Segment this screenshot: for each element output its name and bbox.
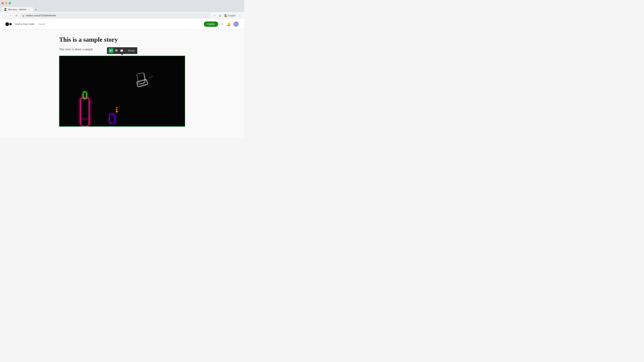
align-medium-icon [115, 49, 118, 52]
refresh-button[interactable]: ↺ [14, 13, 19, 18]
align-medium-button[interactable] [114, 48, 119, 53]
editor-content: This is a sample story This story is abo… [55, 36, 189, 127]
active-tab[interactable]: New story – Medium × [1, 7, 33, 12]
align-full-icon [120, 49, 123, 52]
tab-favicon [4, 8, 7, 11]
svg-rect-4 [120, 50, 123, 52]
lock-icon: 🔒 [22, 14, 24, 17]
saved-badge: Saved [38, 23, 45, 25]
medium-logo-icon [5, 22, 12, 27]
center-neon-bars [116, 107, 118, 112]
maximize-button[interactable]: + [9, 2, 11, 4]
tab-bar: New story – Medium × + [0, 6, 244, 12]
neon-bar-3 [116, 111, 118, 112]
avatar[interactable]: FS [234, 21, 239, 27]
header-left: Draft in Fely Smith Saved [5, 22, 45, 27]
svg-rect-0 [110, 50, 111, 51]
close-button[interactable]: × [1, 2, 4, 4]
bottle-neck [83, 92, 86, 99]
logo-small-circle [10, 23, 12, 25]
story-image: Coca-Cola [59, 56, 185, 126]
alt-text-button[interactable]: Alt text [127, 49, 136, 52]
svg-rect-1 [111, 50, 112, 51]
minimize-button[interactable]: − [5, 2, 8, 4]
notifications-button[interactable]: 🔔 [226, 22, 231, 26]
svg-rect-3 [115, 51, 118, 51]
image-toolbar: Alt text [107, 47, 137, 54]
more-options-button[interactable]: ··· [221, 22, 224, 26]
address-bar[interactable]: 🔒 medium.com/p/f7226a5dcfba/edit [20, 13, 211, 18]
draft-info: Draft in Fely Smith [15, 23, 34, 25]
browser-menu-button[interactable]: ⋮ [238, 13, 242, 18]
bookmark-button[interactable]: ☆ [212, 13, 217, 18]
publish-button[interactable]: Publish [204, 21, 218, 27]
title-bar: × − + [0, 0, 244, 6]
align-small-button[interactable] [109, 48, 113, 53]
story-title[interactable]: This is a sample story [59, 36, 185, 43]
forward-button[interactable]: › [8, 13, 13, 18]
story-image-container[interactable]: Coca-Cola [59, 56, 185, 127]
neon-scene: Coca-Cola [59, 56, 185, 126]
url-text: medium.com/p/f7226a5dcfba/edit [26, 14, 56, 17]
align-small-icon [110, 49, 112, 52]
incognito-badge[interactable]: 🕵 Incognito [223, 14, 237, 17]
svg-rect-2 [115, 50, 118, 51]
medium-logo[interactable] [5, 22, 12, 27]
dark-overlay [59, 56, 185, 84]
editor-area[interactable]: This is a sample story This story is abo… [0, 29, 244, 137]
image-container-wrapper: Alt text Coca-Cola [59, 56, 185, 127]
new-tab-button[interactable]: + [34, 7, 38, 12]
medium-header: Draft in Fely Smith Saved Publish ··· 🔔 … [0, 19, 244, 29]
toolbar-actions: ☆ ⊡ 🕵 Incognito ⋮ [212, 13, 242, 18]
cast-button[interactable]: ⊡ [218, 13, 222, 18]
neon-bar-1 [116, 107, 117, 108]
browser-toolbar: ‹ › ↺ 🔒 medium.com/p/f7226a5dcfba/edit ☆… [0, 12, 244, 19]
bottle-body [81, 98, 89, 126]
logo-large-circle [5, 22, 9, 26]
incognito-icon: 🕵 [224, 14, 227, 17]
incognito-label: Incognito [228, 14, 236, 16]
avatar-initials: FS [235, 23, 237, 25]
neon-bar-2 [116, 109, 118, 110]
tab-close-button[interactable]: × [28, 8, 30, 11]
back-button[interactable]: ‹ [2, 13, 7, 18]
coca-cola-bottle-neon: Coca-Cola [78, 89, 92, 126]
window-controls: × − + [1, 2, 11, 4]
medium-app: Draft in Fely Smith Saved Publish ··· 🔔 … [0, 19, 244, 137]
header-right: Publish ··· 🔔 FS [204, 21, 239, 27]
bottle-text: Coca-Cola [81, 118, 89, 120]
tab-title: New story – Medium [8, 8, 26, 11]
align-full-button[interactable] [120, 48, 124, 53]
purple-neon-element [110, 114, 114, 123]
browser-window: × − + New story – Medium × + ‹ › ↺ [0, 0, 244, 137]
